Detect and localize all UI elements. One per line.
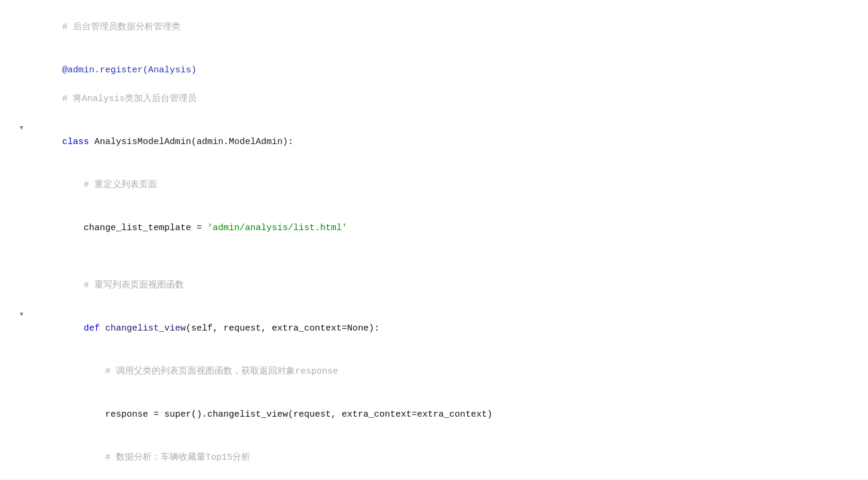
fold-icon: ▼	[20, 123, 24, 134]
code-line-9: # 调用父类的列表页面视图函数，获取返回对象response	[0, 350, 868, 393]
content-7: # 重写列表页面视图函数	[26, 264, 868, 307]
icon-3: ▼	[17, 123, 26, 134]
code-line-6	[0, 250, 868, 264]
content-6	[26, 250, 868, 264]
content-5: change_list_template = 'admin/analysis/l…	[26, 207, 868, 250]
code-line-2: @admin.register(Analysis) # 将Analysis类加入…	[0, 49, 868, 121]
code-editor: # 后台管理员数据分析管理类 @admin.register(Analysis)…	[0, 0, 868, 480]
content-1: # 后台管理员数据分析管理类	[26, 6, 868, 49]
code-line-3: ▼ class AnalysisModelAdmin(admin.ModelAd…	[0, 121, 868, 164]
content-11: # 数据分析：车辆收藏量Top15分析	[26, 436, 868, 479]
content-10: response = super().changelist_view(reque…	[26, 393, 868, 436]
content-8: def changelist_view(self, request, extra…	[26, 307, 868, 350]
content-2: @admin.register(Analysis) # 将Analysis类加入…	[26, 49, 868, 121]
code-line-8: ▼ def changelist_view(self, request, ext…	[0, 307, 868, 350]
content-9: # 调用父类的列表页面视图函数，获取返回对象response	[26, 350, 868, 393]
content-4: # 重定义列表页面	[26, 164, 868, 207]
code-line-1: # 后台管理员数据分析管理类	[0, 6, 868, 49]
decorator: @admin.register(Analysis)	[62, 65, 197, 75]
code-line-5: change_list_template = 'admin/analysis/l…	[0, 207, 868, 250]
code-line-10: response = super().changelist_view(reque…	[0, 393, 868, 436]
code-line-11: # 数据分析：车辆收藏量Top15分析	[0, 436, 868, 479]
icon-8: ▼	[17, 310, 26, 320]
code-line-7: # 重写列表页面视图函数	[0, 264, 868, 307]
fold-icon-2: ▼	[20, 310, 24, 320]
comment-text: # 后台管理员数据分析管理类	[62, 22, 180, 32]
content-3: class AnalysisModelAdmin(admin.ModelAdmi…	[26, 121, 868, 164]
code-line-4: # 重定义列表页面	[0, 164, 868, 207]
